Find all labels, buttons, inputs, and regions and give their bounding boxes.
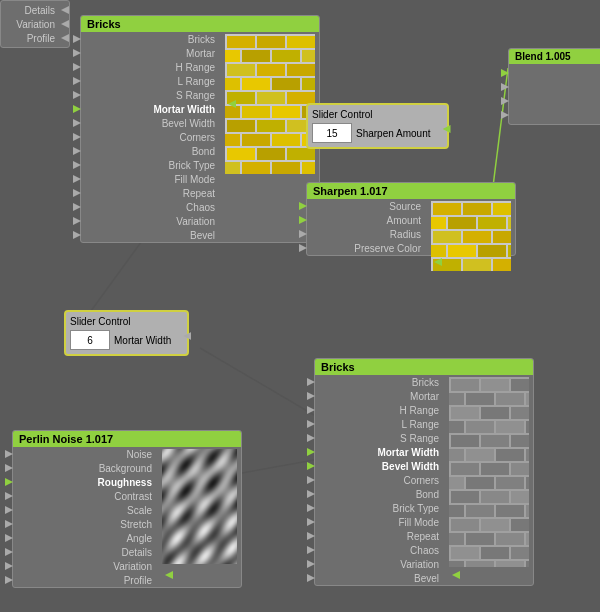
row-corners: Corners — [81, 130, 221, 144]
profile-label: Profile — [9, 33, 61, 44]
sharpen-header: Sharpen 1.017 — [307, 183, 515, 199]
perlin-output — [165, 571, 173, 579]
row-amount: Amount — [307, 213, 427, 227]
row-bricktype: Brick Type — [81, 158, 221, 172]
slider-bottom-input[interactable]: 6 — [70, 330, 110, 350]
perlin-header: Perlin Noise 1.017 — [13, 431, 241, 447]
row-preserve: Preserve Color — [307, 241, 427, 255]
label-pn-profile: Profile — [13, 575, 158, 586]
cl-pn-rough — [5, 478, 13, 486]
blend-body: Foreground Background Opacity Mo... — [509, 64, 600, 124]
bricks-texture-top — [225, 34, 315, 174]
sharpen-body: Source Amount Radius Preserve Color — [307, 199, 515, 255]
label-pn-angle: Angle — [13, 533, 158, 544]
label-repeat: Repeat — [81, 188, 221, 199]
sharpen-thumbnail — [431, 201, 511, 253]
label-bevelw: Bevel Width — [81, 118, 221, 129]
bricks-bottom-thumbnail — [449, 377, 529, 583]
bricks-bottom-rows: Bricks Mortar H Range L Range S Range Mo… — [315, 375, 445, 585]
cl-bb-lrange — [307, 420, 315, 428]
cl-bb-srange — [307, 434, 315, 442]
row-pn-angle: Angle — [13, 531, 158, 545]
variation-label: Variation — [9, 19, 61, 30]
row-mortar: Mortar — [81, 46, 221, 60]
label-bb-bevel: Bevel — [315, 573, 445, 584]
cl-pn-profile — [5, 576, 13, 584]
cl-bb-bricktype — [307, 504, 315, 512]
cl-bb-mortar — [307, 392, 315, 400]
cl-bb-bricks — [307, 378, 315, 386]
label-bricktype: Brick Type — [81, 160, 221, 171]
label-bond: Bond — [81, 146, 221, 157]
slider-top-node[interactable]: Slider Control 15 Sharpen Amount — [306, 103, 449, 149]
perlin-thumbnail — [162, 449, 237, 585]
label-bb-corners: Corners — [315, 475, 445, 486]
bricks-bottom-body: Bricks Mortar H Range L Range S Range Mo… — [315, 375, 533, 585]
cl-bb-corners — [307, 476, 315, 484]
label-mortar: Mortar — [81, 48, 221, 59]
cl-pn-angle — [5, 534, 13, 542]
label-source: Source — [307, 201, 427, 212]
label-pn-variation: Variation — [13, 561, 158, 572]
label-radius: Radius — [307, 229, 427, 240]
slider-bottom-label: Mortar Width — [114, 335, 171, 346]
cl-pn-scale — [5, 506, 13, 514]
row-srange: S Range — [81, 88, 221, 102]
row-bb-bricktype: Brick Type — [315, 501, 445, 515]
label-preserve: Preserve Color — [307, 243, 427, 254]
label-bricks: Bricks — [81, 34, 221, 45]
svg-line-4 — [200, 348, 314, 415]
cl-srange — [73, 91, 81, 99]
label-srange: S Range — [81, 90, 221, 101]
cl-bond — [73, 147, 81, 155]
cl-mortarw — [73, 105, 81, 113]
label-pn-stretch: Stretch — [13, 519, 158, 530]
row-bb-bond: Bond — [315, 487, 445, 501]
slider-bottom-title: Slider Control — [70, 316, 183, 327]
slider-top-label: Sharpen Amount — [356, 128, 431, 139]
cl-bb-mortarw — [307, 448, 315, 456]
label-pn-scale: Scale — [13, 505, 158, 516]
cl-hrange — [73, 63, 81, 71]
label-bb-mortar: Mortar — [315, 391, 445, 402]
cl-bricktype — [73, 161, 81, 169]
bricks-top-rows: Bricks Mortar H Range L Range S Range Mo… — [81, 32, 221, 242]
row-bl-opacity: Opacity — [509, 94, 600, 108]
perlin-rows: Noise Background Roughness Contrast Scal… — [13, 447, 158, 587]
cl-fillmode — [73, 175, 81, 183]
row-bevelw: Bevel Width — [81, 116, 221, 130]
row-pn-noise: Noise — [13, 447, 158, 461]
bricks-top-header: Bricks — [81, 16, 319, 32]
blend-node: Blend 1.005 Foreground Background Opacit… — [508, 48, 600, 125]
cl-bl-opacity — [501, 97, 509, 105]
slider-top-output — [443, 125, 451, 133]
row-radius: Radius — [307, 227, 427, 241]
row-pn-stretch: Stretch — [13, 517, 158, 531]
cl-bl-bg — [501, 83, 509, 91]
row-bb-mortarw: Mortar Width — [315, 445, 445, 459]
label-amount: Amount — [307, 215, 427, 226]
bricks-top-thumbnail — [225, 34, 315, 240]
slider-top-input[interactable]: 15 — [312, 123, 352, 143]
row-bevel: Bevel — [81, 228, 221, 242]
connector-right2 — [61, 20, 69, 28]
row-bond: Bond — [81, 144, 221, 158]
row-bb-bevel: Bevel — [315, 571, 445, 585]
row-pn-profile: Profile — [13, 573, 158, 587]
slider-bottom-row: 6 Mortar Width — [70, 330, 183, 350]
cl-bb-chaos — [307, 546, 315, 554]
row-chaos: Chaos — [81, 200, 221, 214]
row-bb-bevelw: Bevel Width — [315, 459, 445, 473]
cl-bb-hrange — [307, 406, 315, 414]
row-mortarw: Mortar Width — [81, 102, 221, 116]
slider-bottom-node[interactable]: Slider Control 6 Mortar Width — [64, 310, 189, 356]
slider-top-row: 15 Sharpen Amount — [312, 123, 443, 143]
label-bb-chaos: Chaos — [315, 545, 445, 556]
variation-row: Variation — [9, 17, 61, 31]
row-bl-bg: Background — [509, 80, 600, 94]
bb-output — [452, 571, 460, 579]
bricks-texture-bottom — [449, 377, 529, 567]
cl-pn-contrast — [5, 492, 13, 500]
details-label: Details — [9, 5, 61, 16]
cl-chaos — [73, 203, 81, 211]
